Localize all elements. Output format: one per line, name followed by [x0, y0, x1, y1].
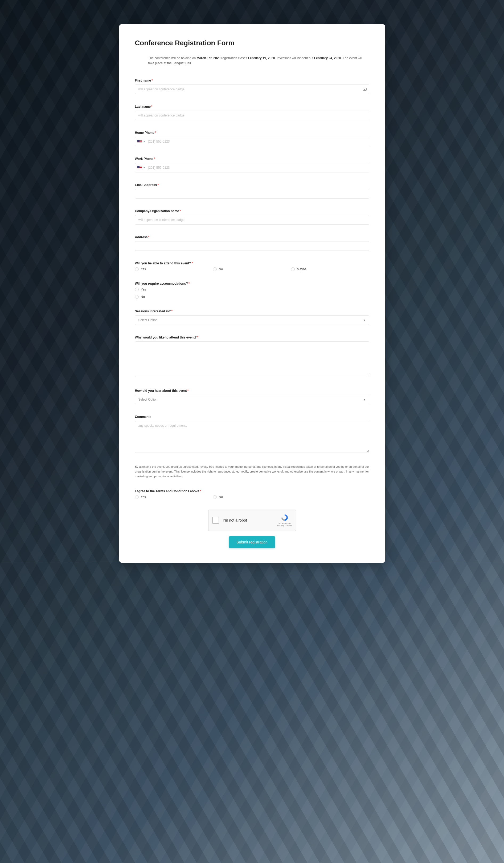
first-name-input[interactable] — [135, 85, 369, 94]
comments-textarea[interactable] — [135, 421, 369, 453]
chevron-down-icon: ▼ — [363, 319, 366, 322]
recaptcha-logo: reCAPTCHA Privacy - Terms — [277, 514, 292, 527]
submit-button[interactable]: Submit registration — [229, 536, 275, 548]
address-input[interactable] — [135, 241, 369, 251]
radio-icon — [135, 288, 139, 291]
work-phone-label: Work Phone* — [135, 157, 369, 161]
sessions-select[interactable]: Select Option ▼ — [135, 315, 369, 325]
us-flag-icon[interactable] — [138, 140, 142, 143]
terms-text: By attending the event, you grant us unr… — [135, 465, 369, 479]
agree-label: I agree to the Terms and Conditions abov… — [135, 489, 369, 493]
sessions-label: Sessions interested in?* — [135, 310, 369, 313]
agree-no-radio[interactable]: No — [213, 495, 291, 499]
radio-icon — [135, 495, 139, 499]
accom-no-radio[interactable]: No — [135, 295, 369, 299]
radio-icon — [213, 495, 217, 499]
attend-yes-radio[interactable]: Yes — [135, 267, 213, 271]
attend-maybe-radio[interactable]: Maybe — [291, 267, 369, 271]
radio-icon — [291, 267, 295, 271]
why-label: Why would you like to attend this event?… — [135, 336, 369, 339]
intro-date1: March 1st, 2020 — [197, 56, 220, 60]
first-name-field: First name* — [135, 79, 369, 94]
intro-part1: The conference will be holding on — [148, 56, 197, 60]
accom-yes-radio[interactable]: Yes — [135, 288, 369, 291]
sessions-field: Sessions interested in?* Select Option ▼ — [135, 310, 369, 325]
last-name-input[interactable] — [135, 111, 369, 120]
attend-label: Will you be able to attend this event?* — [135, 261, 369, 265]
intro-part3: . Invitations will be sent out — [275, 56, 314, 60]
home-phone-input[interactable] — [148, 139, 366, 145]
accommodations-field: Will you require accommodations?* Yes No — [135, 282, 369, 299]
why-field: Why would you like to attend this event?… — [135, 336, 369, 378]
hear-field: How did you hear about this event* Selec… — [135, 389, 369, 404]
chevron-down-icon: ▼ — [363, 398, 366, 401]
registration-form-card: Conference Registration Form The confere… — [119, 24, 385, 563]
company-field: Company/Organization name* — [135, 209, 369, 225]
contact-card-icon — [363, 88, 366, 91]
attend-field: Will you be able to attend this event?* … — [135, 261, 369, 271]
required-star: * — [152, 79, 153, 82]
comments-label: Comments — [135, 415, 369, 419]
recaptcha-widget[interactable]: I'm not a robot reCAPTCHA Privacy - Term… — [208, 510, 296, 531]
first-name-label: First name* — [135, 79, 369, 82]
recaptcha-label: I'm not a robot — [223, 518, 277, 522]
country-dropdown-caret[interactable]: ▼ — [143, 166, 145, 169]
intro-date2: February 19, 2020 — [248, 56, 275, 60]
intro-text: The conference will be holding on March … — [135, 56, 369, 66]
work-phone-field: Work Phone* ▼ — [135, 157, 369, 173]
last-name-label: Last name* — [135, 105, 369, 109]
radio-icon — [135, 267, 139, 271]
agree-yes-radio[interactable]: Yes — [135, 495, 213, 499]
country-dropdown-caret[interactable]: ▼ — [143, 140, 145, 143]
address-label: Address* — [135, 235, 369, 239]
hear-label: How did you hear about this event* — [135, 389, 369, 392]
us-flag-icon[interactable] — [138, 166, 142, 169]
address-field: Address* — [135, 235, 369, 251]
email-field: Email Address* — [135, 183, 369, 199]
why-textarea[interactable] — [135, 341, 369, 377]
home-phone-label: Home Phone* — [135, 131, 369, 135]
home-phone-field: Home Phone* ▼ — [135, 131, 369, 146]
attend-no-radio[interactable]: No — [213, 267, 291, 271]
intro-part2: registration closes — [220, 56, 248, 60]
hear-select[interactable]: Select Option ▼ — [135, 395, 369, 404]
form-title: Conference Registration Form — [135, 39, 369, 47]
radio-icon — [135, 295, 139, 299]
radio-icon — [213, 267, 217, 271]
company-input[interactable] — [135, 215, 369, 225]
intro-date3: February 24, 2020 — [314, 56, 341, 60]
accommodations-label: Will you require accommodations?* — [135, 282, 369, 286]
last-name-field: Last name* — [135, 105, 369, 120]
work-phone-wrap: ▼ — [135, 163, 369, 173]
recaptcha-icon — [281, 514, 288, 522]
agree-field: I agree to the Terms and Conditions abov… — [135, 489, 369, 499]
home-phone-wrap: ▼ — [135, 137, 369, 146]
company-label: Company/Organization name* — [135, 209, 369, 213]
comments-field: Comments — [135, 415, 369, 454]
email-input[interactable] — [135, 189, 369, 199]
recaptcha-checkbox[interactable] — [212, 517, 219, 524]
email-label: Email Address* — [135, 183, 369, 187]
work-phone-input[interactable] — [148, 165, 366, 171]
